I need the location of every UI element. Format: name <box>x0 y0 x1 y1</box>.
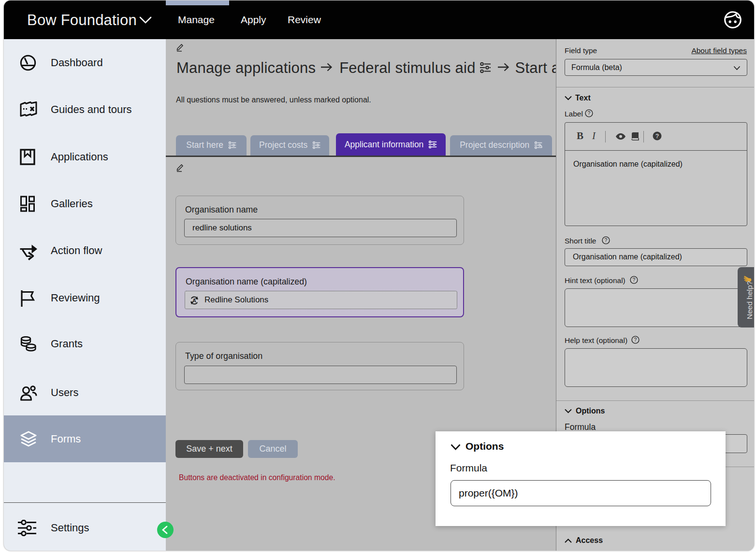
svg-text:?: ? <box>605 237 608 243</box>
svg-text:?: ? <box>655 133 659 140</box>
svg-text:?: ? <box>633 277 636 283</box>
svg-text:?: ? <box>634 337 637 342</box>
svg-text:A: A <box>192 298 196 303</box>
svg-text:?: ? <box>588 110 591 116</box>
